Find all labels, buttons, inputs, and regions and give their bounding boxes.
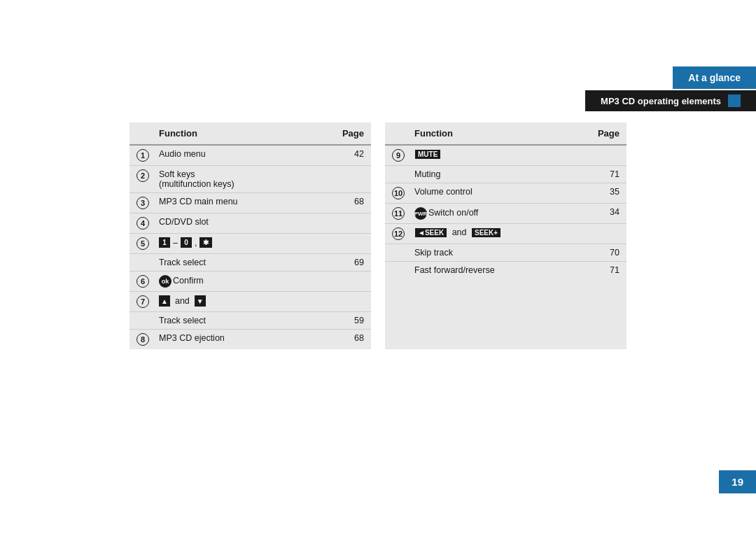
left-num-header: [130, 122, 152, 145]
row-page: [569, 224, 626, 244]
row-page: [569, 145, 626, 166]
mute-badge: MUTE: [415, 150, 440, 159]
row-num: 3: [130, 193, 152, 213]
row-num: [130, 312, 152, 330]
row-function: okConfirm: [152, 272, 310, 292]
table-row: Track select 59: [130, 312, 371, 330]
at-a-glance-tab: At a glance: [673, 66, 756, 89]
table-row: Skip track 70: [385, 244, 626, 262]
key-1: 1: [159, 237, 170, 248]
right-table-panel: Function Page 9 MUTE Muting 71: [385, 122, 626, 349]
row-page: 35: [569, 183, 626, 204]
row-page: 70: [569, 244, 626, 262]
row-function: Fast forward/reverse: [407, 262, 569, 279]
row-page: 69: [310, 254, 371, 272]
left-table: Function Page 1 Audio menu 42 2 Soft key…: [130, 122, 371, 349]
row-page: [310, 213, 371, 234]
keypad-symbols: 1 – 0 , ✱: [159, 237, 212, 248]
table-row: 10 Volume control 35: [385, 183, 626, 204]
row-function: Soft keys(multifunction keys): [152, 166, 310, 193]
right-table: Function Page 9 MUTE Muting 71: [385, 122, 626, 279]
table-row: 7 ▲ and ▼: [130, 292, 371, 312]
row-function: Track select: [152, 254, 310, 272]
left-table-header: Function Page: [130, 122, 371, 145]
row-function: ◄SEEK and SEEK+: [407, 224, 569, 244]
row-num: 1: [130, 145, 152, 166]
left-table-panel: Function Page 1 Audio menu 42 2 Soft key…: [130, 122, 371, 349]
row-num: [385, 244, 407, 262]
table-row: 4 CD/DVD slot: [130, 213, 371, 234]
key-star: ✱: [200, 237, 212, 248]
table-row: 1 Audio menu 42: [130, 145, 371, 166]
key-0: 0: [181, 237, 192, 248]
row-function: Skip track: [407, 244, 569, 262]
table-row: 5 1 – 0 , ✱: [130, 234, 371, 254]
row-num: 7: [130, 292, 152, 312]
row-num: [385, 262, 407, 279]
table-row: 3 MP3 CD main menu 68: [130, 193, 371, 213]
table-row: Fast forward/reverse 71: [385, 262, 626, 279]
row-page: [310, 234, 371, 254]
row-num: 8: [130, 330, 152, 350]
row-num: [385, 166, 407, 183]
row-function: Muting: [407, 166, 569, 183]
table-row: 9 MUTE: [385, 145, 626, 166]
seek-minus-badge: ◄SEEK: [415, 228, 447, 237]
row-page: 34: [569, 204, 626, 224]
row-page: 59: [310, 312, 371, 330]
row-function: ▲ and ▼: [152, 292, 310, 312]
row-page: 68: [310, 330, 371, 350]
row-num: [130, 254, 152, 272]
row-page: 42: [310, 145, 371, 166]
row-function: Track select: [152, 312, 310, 330]
row-page: 71: [569, 166, 626, 183]
row-num: 4: [130, 213, 152, 234]
ok-button-icon: ok: [159, 275, 172, 288]
table-row: 12 ◄SEEK and SEEK+: [385, 224, 626, 244]
table-row: Track select 69: [130, 254, 371, 272]
table-row: 11 PWRSwitch on/off 34: [385, 204, 626, 224]
right-num-header: [385, 122, 407, 145]
row-page: [310, 292, 371, 312]
header-area: At a glance MP3 CD operating elements: [585, 66, 756, 111]
row-num: 12: [385, 224, 407, 244]
row-function: MUTE: [407, 145, 569, 166]
table-row: 8 MP3 CD ejection 68: [130, 330, 371, 350]
right-page-header: Page: [569, 122, 626, 145]
arrow-up-icon: ▲: [159, 295, 170, 307]
mp3-cd-subtitle: MP3 CD operating elements: [585, 90, 756, 111]
row-function: Volume control: [407, 183, 569, 204]
row-page: 71: [569, 262, 626, 279]
left-page-header: Page: [310, 122, 371, 145]
row-function: MP3 CD ejection: [152, 330, 310, 350]
row-function: Audio menu: [152, 145, 310, 166]
row-num: 2: [130, 166, 152, 193]
row-function: CD/DVD slot: [152, 213, 310, 234]
row-function: 1 – 0 , ✱: [152, 234, 310, 254]
row-page: 68: [310, 193, 371, 213]
row-num: 6: [130, 272, 152, 292]
row-num: 11: [385, 204, 407, 224]
row-num: 9: [385, 145, 407, 166]
table-row: Muting 71: [385, 166, 626, 183]
pwr-icon: PWR: [414, 207, 427, 220]
right-table-header: Function Page: [385, 122, 626, 145]
row-page: [310, 166, 371, 193]
arrow-down-icon: ▼: [195, 295, 206, 307]
left-function-header: Function: [152, 122, 310, 145]
seek-plus-badge: SEEK+: [472, 228, 500, 237]
row-function: MP3 CD main menu: [152, 193, 310, 213]
row-num: 5: [130, 234, 152, 254]
row-page: [310, 272, 371, 292]
page-number: 19: [719, 470, 756, 493]
row-function: PWRSwitch on/off: [407, 204, 569, 224]
table-row: 2 Soft keys(multifunction keys): [130, 166, 371, 193]
content-area: Function Page 1 Audio menu 42 2 Soft key…: [130, 122, 626, 349]
right-function-header: Function: [407, 122, 569, 145]
row-num: 10: [385, 183, 407, 204]
table-row: 6 okConfirm: [130, 272, 371, 292]
